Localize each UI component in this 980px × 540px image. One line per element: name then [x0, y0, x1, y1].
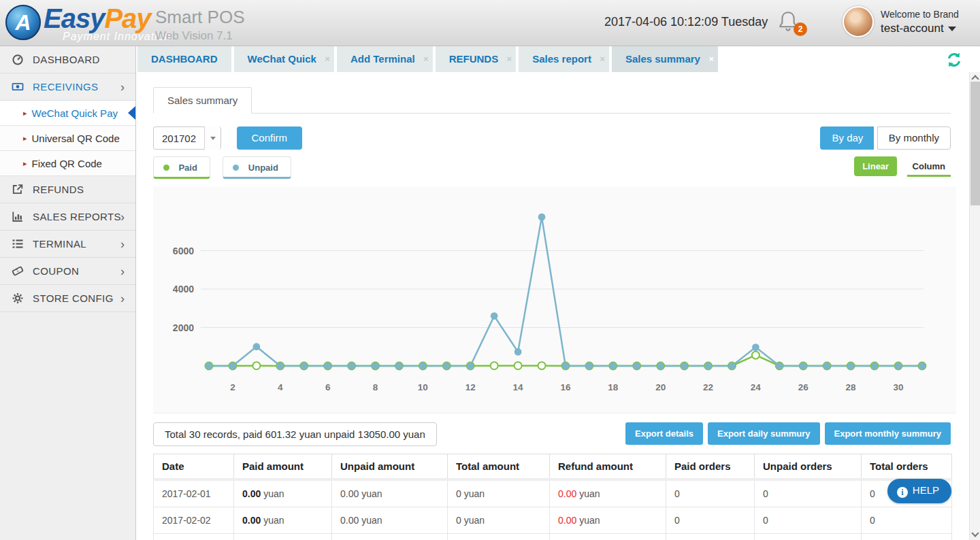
- unpaid-point[interactable]: [396, 362, 402, 369]
- unpaid-point[interactable]: [824, 362, 830, 369]
- by-monthly-button[interactable]: By monthly: [877, 126, 951, 150]
- account-menu[interactable]: Welcome to Brand test-account: [881, 9, 959, 35]
- unpaid-point[interactable]: [610, 362, 616, 369]
- unpaid-point[interactable]: [491, 313, 497, 319]
- receivings-icon: [11, 81, 24, 92]
- unpaid-point[interactable]: [634, 362, 640, 369]
- tab-sales-report[interactable]: Sales report×: [519, 46, 609, 72]
- paid-point[interactable]: [514, 362, 522, 369]
- linear-button[interactable]: Linear: [854, 156, 897, 176]
- unpaid-point[interactable]: [420, 362, 426, 369]
- tab-refunds[interactable]: REFUNDS×: [436, 46, 517, 72]
- table-row[interactable]: 2017-02-010.00 yuan0.00 yuan0 yuan0.00 y…: [154, 479, 952, 507]
- tab-close-icon[interactable]: ×: [507, 46, 512, 72]
- unpaid-point[interactable]: [468, 362, 474, 369]
- unpaid-point[interactable]: [538, 214, 544, 220]
- scrollbar-thumb[interactable]: [970, 82, 980, 205]
- legend-paid[interactable]: Paid: [153, 156, 210, 179]
- sidebar-item-coupon[interactable]: COUPON›: [0, 258, 135, 285]
- tab-close-icon[interactable]: ×: [325, 46, 330, 72]
- unpaid-point[interactable]: [206, 362, 212, 369]
- account-caret-icon: [948, 27, 956, 31]
- table-row[interactable]: 2017-02-020.00 yuan0.00 yuan0 yuan0.00 y…: [154, 507, 952, 534]
- avatar[interactable]: [843, 6, 874, 37]
- paid-point[interactable]: [252, 362, 260, 369]
- unpaid-point[interactable]: [681, 362, 687, 369]
- unpaid-point[interactable]: [705, 362, 711, 369]
- unpaid-point[interactable]: [919, 362, 925, 369]
- legend-unpaid[interactable]: Unpaid: [223, 156, 291, 179]
- unpaid-point[interactable]: [586, 362, 592, 369]
- unpaid-point[interactable]: [871, 362, 877, 369]
- paid-dot-icon: [163, 165, 169, 171]
- sidebar-item-terminal[interactable]: TERMINAL›: [0, 231, 135, 258]
- table-cell: 0.00 yuan: [234, 507, 332, 534]
- vertical-scrollbar[interactable]: [969, 72, 980, 540]
- sidebar-item-refunds[interactable]: REFUNDS: [0, 176, 135, 203]
- unpaid-point[interactable]: [895, 362, 901, 369]
- unpaid-point[interactable]: [800, 362, 806, 369]
- unpaid-point[interactable]: [753, 344, 759, 350]
- unpaid-point[interactable]: [301, 362, 307, 369]
- tab-close-icon[interactable]: ×: [708, 46, 714, 72]
- column-button[interactable]: Column: [907, 156, 951, 177]
- unpaid-point[interactable]: [777, 362, 783, 369]
- column-header: Unpaid orders: [755, 454, 862, 480]
- unpaid-point[interactable]: [277, 362, 283, 369]
- tab-sales-summary[interactable]: Sales summary×: [612, 46, 718, 72]
- unpaid-point[interactable]: [657, 362, 664, 369]
- sidebar-item-sales-reports[interactable]: SALES REPORTS›: [0, 203, 135, 231]
- unpaid-point[interactable]: [325, 362, 331, 369]
- sidebar-subitem-fixed-qr-code[interactable]: ▸Fixed QR Code: [0, 151, 135, 176]
- legend-unpaid-label: Unpaid: [248, 163, 278, 173]
- unpaid-point[interactable]: [562, 362, 568, 369]
- help-button[interactable]: iHELP: [887, 479, 951, 503]
- table-row[interactable]: 2017-02-0310.00 yuan1003.00 yuan1013 yua…: [154, 534, 952, 540]
- sidebar-item-receivings[interactable]: RECEIVINGS›: [0, 73, 135, 101]
- tab-wechat-quick[interactable]: WeChat Quick×: [234, 46, 334, 72]
- x-tick-label: 4: [278, 382, 283, 392]
- unpaid-point[interactable]: [253, 343, 259, 350]
- unpaid-point[interactable]: [348, 362, 355, 369]
- main-content: Sales summary 201702 Confirm By day By m…: [136, 72, 969, 540]
- export-button-2[interactable]: Export monthly summury: [825, 422, 951, 445]
- chevron-right-icon: ›: [120, 239, 125, 249]
- table-cell: 0 yuan: [448, 507, 550, 534]
- column-header: Refund amount: [550, 454, 666, 480]
- tab-dashboard[interactable]: DASHBOARD: [137, 46, 231, 72]
- sidebar-item-label: RECEIVINGS: [33, 81, 99, 92]
- unpaid-point[interactable]: [514, 349, 521, 355]
- paid-point[interactable]: [538, 362, 546, 369]
- sidebar-subitem-label: Universal QR Code: [32, 133, 120, 144]
- legend-row: Paid Unpaid Linear Column: [153, 156, 951, 178]
- export-button-1[interactable]: Export daily summury: [708, 422, 820, 445]
- sidebar-item-dashboard[interactable]: DASHBOARD: [0, 46, 135, 73]
- unpaid-line: [209, 217, 922, 366]
- x-tick-label: 10: [418, 382, 428, 392]
- sales-line-chart: 20004000600024681012141618202224262830: [153, 186, 956, 414]
- tab-label: Sales report: [532, 53, 591, 65]
- sidebar-subitem-universal-qr-code[interactable]: ▸Universal QR Code: [0, 126, 135, 151]
- notifications-button[interactable]: 2: [777, 10, 804, 37]
- by-day-button[interactable]: By day: [820, 126, 874, 150]
- sidebar-subitem-wechat-quick-pay[interactable]: ▸WeChat Quick Pay: [0, 101, 135, 126]
- unpaid-point[interactable]: [444, 362, 450, 369]
- totals-summary: Total 30 records, paid 601.32 yuan unpai…: [153, 422, 437, 446]
- unpaid-point[interactable]: [729, 362, 735, 369]
- legend-paid-label: Paid: [178, 163, 197, 173]
- paid-point[interactable]: [752, 352, 760, 359]
- paid-point[interactable]: [491, 362, 498, 369]
- confirm-button[interactable]: Confirm: [237, 126, 303, 150]
- export-button-0[interactable]: Export details: [625, 422, 703, 445]
- unpaid-point[interactable]: [848, 362, 854, 369]
- tab-add-terminal[interactable]: Add Terminal×: [337, 46, 433, 72]
- tab-close-icon[interactable]: ×: [423, 46, 429, 72]
- tab-close-icon[interactable]: ×: [600, 46, 605, 72]
- period-select[interactable]: 201702: [153, 126, 221, 150]
- sidebar-item-store-config[interactable]: STORE CONFIG›: [0, 285, 135, 312]
- subtab-sales-summary[interactable]: Sales summary: [153, 87, 252, 114]
- refresh-button[interactable]: [946, 52, 962, 68]
- unpaid-point[interactable]: [372, 362, 378, 369]
- unpaid-point[interactable]: [229, 362, 235, 369]
- scroll-down-icon[interactable]: [971, 529, 979, 537]
